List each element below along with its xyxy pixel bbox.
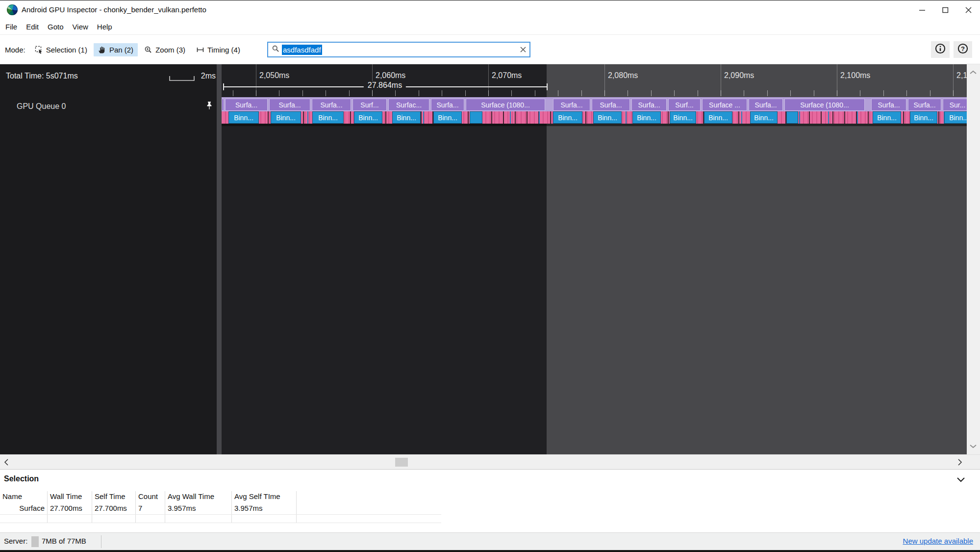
surface-slice[interactable]: Surf...	[668, 99, 701, 111]
binning-slice[interactable]: Binn...	[750, 111, 778, 124]
selection-mode-button[interactable]: Selection (1)	[30, 43, 92, 56]
zoom-mode-icon	[144, 46, 152, 54]
binning-slice[interactable]: Binn...	[944, 111, 967, 124]
minimize-button[interactable]	[911, 0, 934, 19]
search-text-selected: asdfasdfadf	[282, 45, 322, 55]
menu-file[interactable]: File	[1, 21, 22, 33]
surface-slice[interactable]: Surfa...	[431, 99, 464, 111]
surface-slice[interactable]: Surfa...	[312, 99, 351, 111]
search-icon	[272, 45, 280, 55]
vertical-scrollbar[interactable]	[967, 64, 980, 454]
window-edge	[0, 550, 980, 552]
column-header-wall-time[interactable]: Wall Time	[48, 491, 92, 503]
toolbar: Mode: Selection (1) Pan (2)	[0, 35, 980, 64]
surface-slice[interactable]: Surfa...	[908, 99, 941, 111]
svg-text:?: ?	[961, 45, 965, 53]
scroll-right-icon[interactable]	[957, 459, 962, 468]
menu-edit[interactable]: Edit	[22, 21, 43, 33]
server-label: Server:	[4, 537, 27, 545]
zoom-mode-button[interactable]: Zoom (3)	[140, 43, 190, 56]
column-header-name[interactable]: Name	[0, 491, 48, 503]
surface-slice[interactable]: Surfa...	[553, 99, 590, 111]
binning-slice[interactable]: Binn...	[632, 111, 661, 124]
surface-slice[interactable]: Surf...	[352, 99, 387, 111]
menu-view[interactable]: View	[68, 21, 93, 33]
menu-goto[interactable]: Goto	[43, 21, 68, 33]
horizontal-scrollbar[interactable]	[0, 454, 980, 469]
binning-slice[interactable]: Binn...	[312, 111, 344, 124]
timing-mode-icon	[196, 46, 204, 54]
memory-gauge	[31, 536, 39, 547]
timing-mode-button[interactable]: Timing (4)	[192, 43, 245, 56]
surface-slice[interactable]: Surfa...	[225, 99, 268, 111]
pan-mode-icon	[98, 46, 106, 54]
column-header-avg-wall-time[interactable]: Avg Wall Time	[165, 491, 232, 503]
cell-avg-self-time: 3.957ms	[232, 503, 297, 514]
timing-mode-label: Timing (4)	[207, 46, 240, 54]
surface-slice[interactable]: Surfa...	[631, 99, 667, 111]
surface-slice[interactable]: Surface ...	[702, 99, 747, 111]
binning-slice[interactable]: Binn...	[670, 111, 696, 124]
binning-slice[interactable]: Binn...	[392, 111, 421, 124]
cell-avg-wall-time: 3.957ms	[165, 503, 232, 514]
help-button[interactable]: ?	[954, 41, 972, 58]
window-title: Android GPU Inspector - chonky_bender_vu…	[22, 5, 206, 14]
panel-divider	[217, 64, 222, 454]
binning-slice[interactable]	[470, 111, 482, 124]
info-icon	[935, 43, 946, 56]
column-header-avg-self-time[interactable]: Avg Self TIme	[232, 491, 297, 503]
surface-slice[interactable]	[222, 99, 224, 111]
clear-search-icon[interactable]	[520, 47, 526, 53]
scroll-up-icon[interactable]	[969, 68, 977, 77]
cell-wall-time: 27.700ms	[48, 503, 92, 514]
surface-slice[interactable]: Surfa...	[269, 99, 310, 111]
close-button[interactable]	[957, 0, 980, 19]
table-header-row: Name Wall Time Self Time Count Avg Wall …	[0, 491, 441, 503]
update-link[interactable]: New update available	[903, 537, 973, 545]
scale-label: 2ms	[196, 72, 216, 80]
app-logo-icon	[7, 4, 18, 15]
title-bar: Android GPU Inspector - chonky_bender_vu…	[0, 0, 980, 19]
column-header-count[interactable]: Count	[136, 491, 165, 503]
menu-bar: File Edit Goto View Help	[0, 19, 980, 35]
scroll-down-icon[interactable]	[969, 442, 977, 450]
memory-usage: 7MB of 77MB	[42, 537, 86, 545]
gpu-queue-track[interactable]: Surfa...Surfa...Surfa...Surf...Surfac...…	[222, 64, 967, 454]
maximize-button[interactable]	[934, 0, 957, 19]
binning-slice[interactable]	[786, 111, 798, 124]
surface-slice[interactable]: Surfa...	[749, 99, 783, 111]
pan-mode-button[interactable]: Pan (2)	[94, 43, 138, 56]
binning-slice[interactable]: Binn...	[354, 111, 382, 124]
surface-slice[interactable]: Surface (1080...	[784, 99, 865, 111]
pin-icon[interactable]	[204, 100, 215, 111]
surface-slice[interactable]: Surfa...	[592, 99, 630, 111]
selection-mode-icon	[35, 46, 43, 54]
surface-slice[interactable]: Surfac...	[388, 99, 429, 111]
info-button[interactable]	[931, 41, 950, 58]
table-empty-row	[0, 515, 441, 523]
total-time-label: Total Time: 5s071ms	[6, 72, 78, 80]
selection-panel: Selection Name Wall Time Self Time Count…	[0, 469, 980, 532]
column-header-self-time[interactable]: Self Time	[92, 491, 136, 503]
collapse-panel-icon[interactable]	[956, 475, 965, 484]
binning-slice[interactable]: Binn...	[271, 111, 301, 124]
binning-slice[interactable]: Binn...	[593, 111, 622, 124]
cell-self-time: 27.700ms	[92, 503, 136, 514]
binning-slice[interactable]: Binn...	[553, 111, 582, 124]
binning-slice[interactable]: Binn...	[910, 111, 937, 124]
binning-slice[interactable]: Binn...	[433, 111, 462, 124]
menu-help[interactable]: Help	[93, 21, 117, 33]
selection-table: Name Wall Time Self Time Count Avg Wall …	[0, 491, 441, 523]
status-bar: Server: 7MB of 77MB New update available	[0, 532, 980, 550]
binning-slice[interactable]: Binn...	[704, 111, 732, 124]
search-input[interactable]: asdfasdfadf	[267, 42, 530, 57]
timeline-canvas[interactable]: Total Time: 5s071ms 2ms 2,050ms2,060ms2,…	[0, 64, 980, 454]
scroll-left-icon[interactable]	[4, 459, 9, 468]
surface-slice[interactable]: Surfa...	[871, 99, 906, 111]
table-row[interactable]: Surface 27.700ms 27.700ms 7 3.957ms 3.95…	[0, 503, 441, 515]
scrollbar-thumb[interactable]	[395, 458, 408, 467]
binning-slice[interactable]: Binn...	[228, 111, 259, 124]
surface-slice[interactable]: Surface (1080...	[466, 99, 545, 111]
surface-slice[interactable]: Sur...	[943, 99, 967, 111]
binning-slice[interactable]: Binn...	[873, 111, 901, 124]
